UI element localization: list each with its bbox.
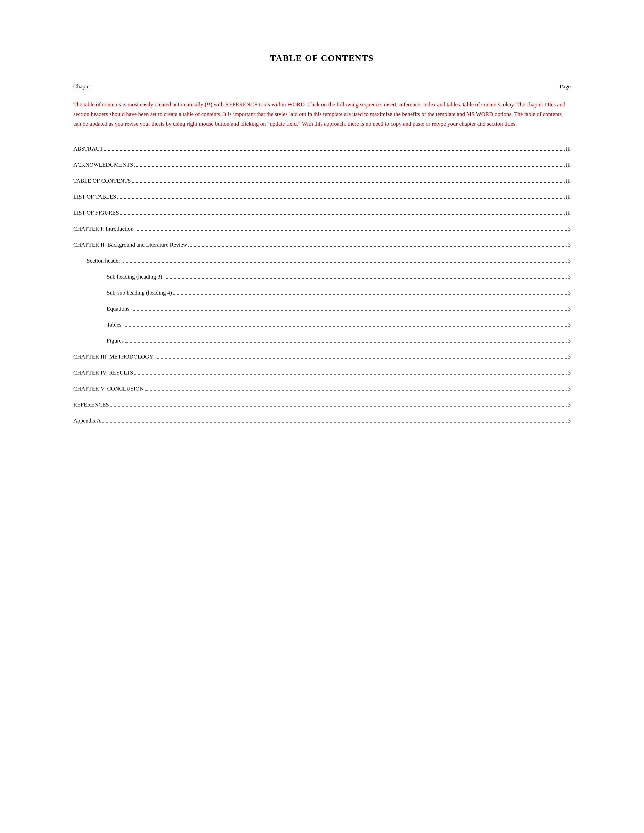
toc-entry-label: CHAPTER III: METHODOLOGY <box>73 354 153 360</box>
toc-entry-page: iii <box>566 178 571 184</box>
toc-entry: Figures3 <box>107 338 571 344</box>
toc-entry-label: Sub heading (heading 3) <box>107 273 162 280</box>
page: TABLE OF CONTENTS Chapter Page The table… <box>0 0 644 833</box>
toc-dots <box>125 342 567 343</box>
toc-entry-label: Section header <box>87 257 120 264</box>
toc-entry-page: 3 <box>568 386 571 392</box>
instruction-text: The table of contents is most easily cre… <box>73 100 571 129</box>
toc-dots <box>134 166 564 167</box>
toc-entry: CHAPTER I: Introduction3 <box>73 225 571 232</box>
toc-entry-label: Tables <box>107 322 121 328</box>
toc-entry-page: 3 <box>568 241 571 248</box>
toc-entry-label: Figures <box>107 338 124 344</box>
toc-dots <box>134 374 566 375</box>
toc-dots <box>122 262 567 262</box>
toc-entry-page: iii <box>566 194 571 200</box>
toc-entry-page: 3 <box>568 306 571 312</box>
toc-entry-label: LIST OF FIGURES <box>73 209 119 216</box>
toc-entry-page: iii <box>566 146 571 152</box>
toc-dots <box>164 278 567 278</box>
toc-entry-page: 3 <box>568 273 571 280</box>
toc-entry-page: 3 <box>568 370 571 376</box>
toc-entry-label: Sub-sub heading (heading 4) <box>107 289 172 296</box>
toc-dots <box>188 246 566 246</box>
toc-entry: REFERENCES3 <box>73 402 571 408</box>
toc-dots <box>104 150 565 151</box>
toc-entry-page: 3 <box>568 322 571 328</box>
toc-entry: LIST OF TABLESiii <box>73 194 571 200</box>
toc-entry-page: 3 <box>568 418 571 424</box>
toc-entries: ABSTRACTiiiACKNOWLEDGMENTSiiiTABLE OF CO… <box>73 146 571 424</box>
toc-entry-label: CHAPTER IV: RESULTS <box>73 370 133 376</box>
toc-entry: Section header3 <box>87 257 571 264</box>
toc-dots <box>130 310 567 310</box>
chapter-header-label: Chapter <box>73 83 91 90</box>
toc-entry-label: REFERENCES <box>73 402 109 408</box>
toc-entry-label: ACKNOWLEDGMENTS <box>73 162 133 168</box>
toc-entry: CHAPTER V: CONCLUSION3 <box>73 386 571 392</box>
toc-entry-page: 3 <box>568 289 571 296</box>
toc-entry-page: iii <box>566 162 571 168</box>
toc-entry-page: 3 <box>568 402 571 408</box>
toc-dots <box>118 198 564 199</box>
toc-dots <box>145 390 567 391</box>
toc-entry-label: Equations <box>107 306 129 312</box>
toc-entry: Equations3 <box>107 306 571 312</box>
toc-dots <box>120 214 565 215</box>
toc-dots <box>123 326 566 326</box>
toc-dots <box>110 406 567 407</box>
toc-dots <box>132 182 564 183</box>
toc-entry-label: ABSTRACT <box>73 146 103 152</box>
toc-entry: Sub heading (heading 3)3 <box>107 273 571 280</box>
toc-entry-page: iii <box>566 209 571 216</box>
toc-entry-page: 3 <box>568 338 571 344</box>
toc-dots <box>173 294 567 294</box>
header-row: Chapter Page <box>73 83 571 90</box>
toc-entry-label: TABLE OF CONTENTS <box>73 178 130 184</box>
toc-entry-page: 3 <box>568 354 571 360</box>
toc-entry: ACKNOWLEDGMENTSiii <box>73 162 571 168</box>
toc-entry-label: CHAPTER V: CONCLUSION <box>73 386 144 392</box>
toc-entry: CHAPTER III: METHODOLOGY3 <box>73 354 571 360</box>
toc-dots <box>135 230 566 231</box>
toc-entry: CHAPTER IV: RESULTS3 <box>73 370 571 376</box>
toc-entry: ABSTRACTiii <box>73 146 571 152</box>
toc-entry-page: 3 <box>568 225 571 232</box>
page-header-label: Page <box>560 83 571 90</box>
toc-entry-page: 3 <box>568 257 571 264</box>
toc-entry: TABLE OF CONTENTSiii <box>73 178 571 184</box>
toc-entry-label: CHAPTER II: Background and Literature Re… <box>73 241 187 248</box>
toc-entry: Appendix A3 <box>73 418 571 424</box>
toc-entry-label: Appendix A <box>73 418 101 424</box>
toc-entry-label: CHAPTER I: Introduction <box>73 225 133 232</box>
page-title: TABLE OF CONTENTS <box>73 53 571 63</box>
toc-dots <box>102 422 567 423</box>
toc-entry: CHAPTER II: Background and Literature Re… <box>73 241 571 248</box>
toc-entry: LIST OF FIGURESiii <box>73 209 571 216</box>
toc-dots <box>155 358 567 359</box>
toc-entry: Sub-sub heading (heading 4)3 <box>107 289 571 296</box>
toc-entry-label: LIST OF TABLES <box>73 194 116 200</box>
toc-entry: Tables3 <box>107 322 571 328</box>
